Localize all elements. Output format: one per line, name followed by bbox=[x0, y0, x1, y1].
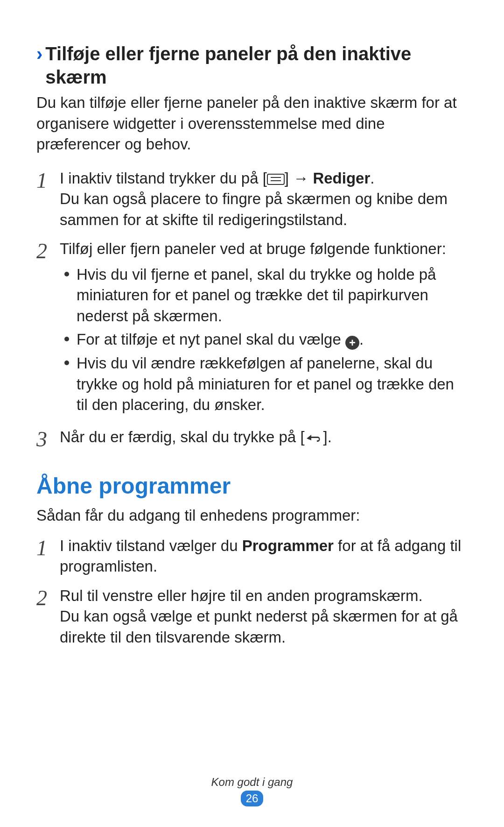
step-body: I inaktiv tilstand vælger du Programmer … bbox=[60, 536, 468, 577]
step-text: I inaktiv tilstand trykker du på [ bbox=[60, 170, 267, 187]
step-number: 2 bbox=[36, 239, 60, 261]
chevron-right-icon: › bbox=[36, 42, 42, 65]
step-2: 2 Rul til venstre eller højre til en and… bbox=[36, 586, 468, 648]
step-bold: Programmer bbox=[242, 537, 334, 554]
step-after: . bbox=[370, 170, 374, 187]
steps-list: 1 I inaktiv tilstand vælger du Programme… bbox=[36, 536, 468, 648]
bullet-dot-icon bbox=[64, 337, 69, 341]
heading-line-2: skærm bbox=[45, 67, 106, 87]
page-number: 26 bbox=[241, 791, 263, 806]
bullet-dot-icon bbox=[64, 360, 69, 365]
section-intro: Sådan får du adgang til enhedens program… bbox=[36, 505, 468, 526]
bullet-item: Hvis du vil ændre rækkefølgen af paneler… bbox=[60, 353, 468, 416]
section-intro: Du kan tilføje eller fjerne paneler på d… bbox=[36, 92, 468, 155]
arrow-right-text: → bbox=[289, 170, 313, 187]
step-number: 1 bbox=[36, 536, 60, 558]
step-body: I inaktiv tilstand trykker du på [] → Re… bbox=[60, 168, 468, 231]
step-subtext: Du kan også placere to fingre på skærmen… bbox=[60, 189, 468, 230]
step-body: Tilføj eller fjern paneler ved at bruge … bbox=[60, 239, 468, 418]
bullet-text: For at tilføje et nyt panel skal du vælg… bbox=[77, 329, 468, 350]
section-heading: › Tilføje eller fjerne paneler på den in… bbox=[36, 42, 468, 89]
bracket-close: ] bbox=[285, 170, 289, 187]
heading-line-1: Tilføje eller fjerne paneler på den inak… bbox=[45, 43, 411, 64]
bullet-item: Hvis du vil fjerne et panel, skal du try… bbox=[60, 264, 468, 327]
step-text: Når du er færdig, skal du trykke på [ bbox=[60, 428, 305, 445]
bullet-text: Hvis du vil ændre rækkefølgen af paneler… bbox=[77, 353, 468, 416]
step-before: I inaktiv tilstand vælger du bbox=[60, 537, 242, 554]
steps-list: 1 I inaktiv tilstand trykker du på [] → … bbox=[36, 168, 468, 450]
step-text: Rul til venstre eller højre til en anden… bbox=[60, 586, 468, 607]
menu-icon bbox=[267, 174, 285, 185]
step-2: 2 Tilføj eller fjern paneler ved at brug… bbox=[36, 239, 468, 418]
step-after: ]. bbox=[323, 428, 332, 445]
footer-label: Kom godt i gang bbox=[0, 776, 504, 789]
bullet-item: For at tilføje et nyt panel skal du vælg… bbox=[60, 329, 468, 350]
plus-circle-icon: + bbox=[345, 336, 359, 350]
step-bold: Rediger bbox=[313, 170, 370, 187]
bullet-list: Hvis du vil fjerne et panel, skal du try… bbox=[60, 264, 468, 416]
step-number: 3 bbox=[36, 427, 60, 449]
step-body: Når du er færdig, skal du trykke på [ ]. bbox=[60, 427, 468, 450]
step-1: 1 I inaktiv tilstand trykker du på [] → … bbox=[36, 168, 468, 231]
step-body: Rul til venstre eller højre til en anden… bbox=[60, 586, 468, 648]
step-subtext: Du kan også vælge et punkt nederst på sk… bbox=[60, 606, 468, 648]
page-footer: Kom godt i gang 26 bbox=[0, 776, 504, 806]
back-icon bbox=[305, 429, 323, 450]
step-number: 1 bbox=[36, 168, 60, 190]
step-1: 1 I inaktiv tilstand vælger du Programme… bbox=[36, 536, 468, 577]
bullet-after: . bbox=[359, 331, 364, 348]
document-page: › Tilføje eller fjerne paneler på den in… bbox=[0, 0, 504, 648]
step-number: 2 bbox=[36, 586, 60, 608]
step-text: Tilføj eller fjern paneler ved at bruge … bbox=[60, 239, 468, 260]
bullet-text: Hvis du vil fjerne et panel, skal du try… bbox=[77, 264, 468, 327]
bullet-dot-icon bbox=[64, 272, 69, 276]
section-title: Åbne programmer bbox=[36, 473, 468, 499]
step-3: 3 Når du er færdig, skal du trykke på [ … bbox=[36, 427, 468, 450]
bullet-before: For at tilføje et nyt panel skal du vælg… bbox=[77, 331, 345, 348]
